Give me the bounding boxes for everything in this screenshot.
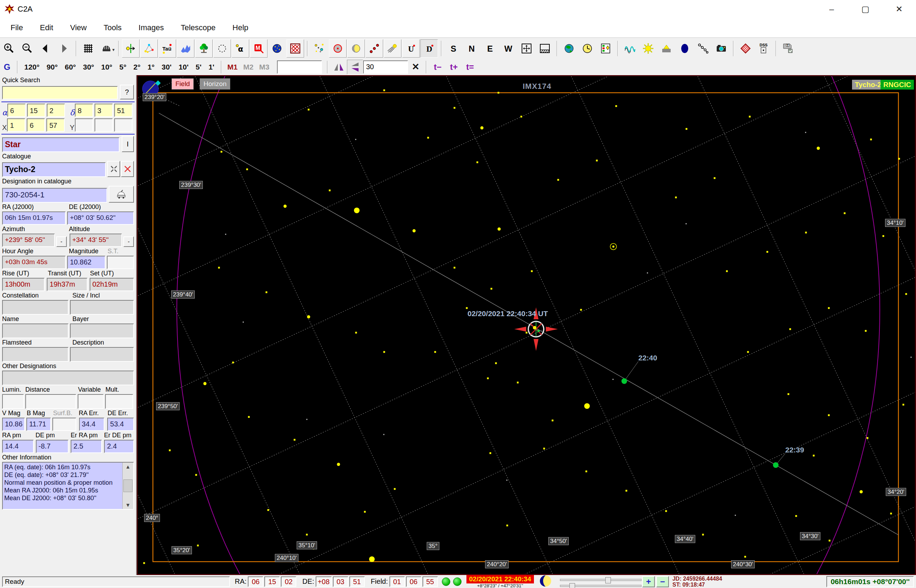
south-button[interactable]: S bbox=[445, 39, 462, 58]
y-coord-box-0[interactable] bbox=[75, 118, 93, 132]
fov-button-10min[interactable]: 10' bbox=[175, 61, 192, 73]
grid-g-button[interactable]: G bbox=[0, 62, 14, 72]
clear-rotation-button[interactable]: ✕ bbox=[408, 61, 423, 73]
horizon-display-button[interactable] bbox=[536, 39, 553, 58]
ra-coord-box-0[interactable] bbox=[7, 103, 26, 117]
ccd-frame-button[interactable] bbox=[737, 39, 754, 58]
y-coord-box-1[interactable] bbox=[95, 118, 113, 132]
fov-button-5deg[interactable]: 5° bbox=[116, 61, 130, 73]
flip-vertical-button[interactable] bbox=[347, 60, 363, 74]
time-settings-button[interactable] bbox=[579, 39, 596, 58]
greek-labels-button[interactable]: α bbox=[231, 39, 249, 58]
uranus-labels-button[interactable]: U bbox=[402, 39, 420, 58]
fov-button-60deg[interactable]: 60° bbox=[61, 61, 79, 73]
zoom-out-button[interactable] bbox=[19, 39, 36, 58]
minimize-button[interactable]: – bbox=[815, 4, 848, 14]
y-coord-box-2[interactable] bbox=[114, 118, 133, 132]
sky-globe-button[interactable] bbox=[268, 39, 286, 58]
tab-horizon[interactable]: Horizon bbox=[200, 78, 230, 90]
close-button[interactable]: ✕ bbox=[882, 4, 916, 14]
night-mode-button[interactable] bbox=[676, 39, 694, 58]
star-points-button[interactable] bbox=[311, 39, 328, 58]
fov-button-30deg[interactable]: 30° bbox=[79, 61, 98, 73]
milky-way-button[interactable] bbox=[177, 39, 194, 58]
tab-field[interactable]: Field bbox=[172, 78, 194, 90]
object-info-button[interactable]: I bbox=[121, 136, 134, 152]
x-coord-box-2[interactable] bbox=[46, 118, 65, 132]
constellation-lines-button[interactable] bbox=[140, 39, 158, 58]
time-step-button-0[interactable]: t− bbox=[429, 61, 446, 73]
memory-button-m3[interactable]: M3 bbox=[256, 61, 272, 73]
ra-coord-box-2[interactable] bbox=[47, 103, 65, 117]
scroll-down-icon[interactable]: ▼ bbox=[126, 501, 131, 509]
fov-button-2deg[interactable]: 2° bbox=[130, 61, 144, 73]
menu-edit[interactable]: Edit bbox=[33, 21, 60, 34]
sun-button[interactable] bbox=[639, 39, 657, 58]
x-coord-box-1[interactable] bbox=[27, 118, 45, 132]
time-step-button-2[interactable]: t= bbox=[462, 61, 478, 73]
de-coord-box-2[interactable] bbox=[114, 103, 133, 117]
time-slider-track-1[interactable] bbox=[560, 579, 641, 581]
dss-image-button[interactable]: DSS bbox=[755, 39, 773, 58]
maximize-button[interactable]: ▢ bbox=[848, 4, 882, 14]
menu-file[interactable]: File bbox=[4, 21, 29, 34]
designation-field[interactable]: 730-2054-1 bbox=[2, 188, 107, 203]
catalogue-close-button[interactable] bbox=[121, 161, 134, 177]
rotation-angle-input[interactable] bbox=[363, 60, 408, 74]
x-coord-box-0[interactable] bbox=[7, 118, 25, 132]
menu-images[interactable]: Images bbox=[132, 21, 170, 34]
previous-view-button[interactable] bbox=[37, 39, 55, 58]
time-slider-track-2[interactable] bbox=[560, 585, 641, 587]
telescope-save-button[interactable]: T bbox=[779, 39, 797, 58]
earth-location-button[interactable] bbox=[560, 39, 578, 58]
twilight-button[interactable] bbox=[658, 39, 675, 58]
time-plus-button[interactable]: + bbox=[642, 576, 655, 587]
fov-button-30min[interactable]: 30' bbox=[158, 61, 175, 73]
ra-coord-box-1[interactable] bbox=[27, 103, 45, 117]
designation-labels-button[interactable]: D bbox=[421, 39, 438, 58]
grid-toggle-button[interactable] bbox=[79, 39, 97, 58]
time-slider-handle-1[interactable] bbox=[605, 577, 611, 583]
catalog-badge-rngcic[interactable]: RNGCIC bbox=[880, 80, 914, 90]
fov-button-10deg[interactable]: 10° bbox=[98, 61, 116, 73]
quick-search-input[interactable] bbox=[2, 86, 118, 99]
east-button[interactable]: E bbox=[481, 39, 499, 58]
de-coord-box-0[interactable] bbox=[75, 103, 93, 117]
fov-button-90deg[interactable]: 90° bbox=[43, 61, 61, 73]
camera-button[interactable] bbox=[712, 39, 730, 58]
time-slider-handle-2[interactable] bbox=[570, 583, 575, 588]
fov-button-5min[interactable]: 5' bbox=[192, 61, 205, 73]
search-help-button[interactable]: ? bbox=[120, 85, 134, 99]
variable-stars-button[interactable] bbox=[621, 39, 639, 58]
menu-help[interactable]: Help bbox=[226, 21, 254, 34]
remove-frame-button[interactable] bbox=[286, 39, 304, 58]
scroll-up-icon[interactable]: ▲ bbox=[126, 463, 131, 471]
planets-button[interactable] bbox=[329, 39, 346, 58]
moon-button[interactable] bbox=[347, 39, 365, 58]
menu-telescope[interactable]: Telescope bbox=[174, 21, 222, 34]
asteroids-button[interactable] bbox=[366, 39, 383, 58]
scroll-thumb[interactable] bbox=[123, 480, 133, 492]
time-minus-button[interactable]: − bbox=[656, 576, 669, 587]
altitude-minus-button[interactable]: - bbox=[123, 236, 134, 247]
center-object-button[interactable] bbox=[122, 39, 139, 58]
north-button[interactable]: N bbox=[463, 39, 481, 58]
sky-map[interactable]: 239°20'239°30'239°40'239°50'240°35°20'24… bbox=[137, 75, 916, 575]
landscape-button[interactable] bbox=[195, 39, 213, 58]
fov-button-120deg[interactable]: 120° bbox=[21, 61, 43, 73]
west-button[interactable]: W bbox=[500, 39, 517, 58]
slew-telescope-button[interactable] bbox=[108, 186, 134, 203]
comets-button[interactable] bbox=[384, 39, 401, 58]
other-information-scrollbar[interactable]: ▲ ▼ bbox=[122, 463, 133, 509]
zoom-in-button[interactable] bbox=[0, 39, 18, 58]
fov-button-1deg[interactable]: 1° bbox=[144, 61, 158, 73]
satellites-button[interactable] bbox=[694, 39, 712, 58]
display-settings-button[interactable] bbox=[597, 39, 614, 58]
time-step-button-1[interactable]: t+ bbox=[446, 61, 462, 73]
dome-button[interactable]: ▾ bbox=[98, 39, 115, 58]
menu-view[interactable]: View bbox=[64, 21, 93, 34]
messier-button[interactable]: M bbox=[250, 39, 267, 58]
memory-button-m2[interactable]: M2 bbox=[240, 61, 256, 73]
catalogue-prev-button[interactable] bbox=[107, 161, 120, 177]
flip-horizontal-button[interactable] bbox=[331, 60, 347, 74]
